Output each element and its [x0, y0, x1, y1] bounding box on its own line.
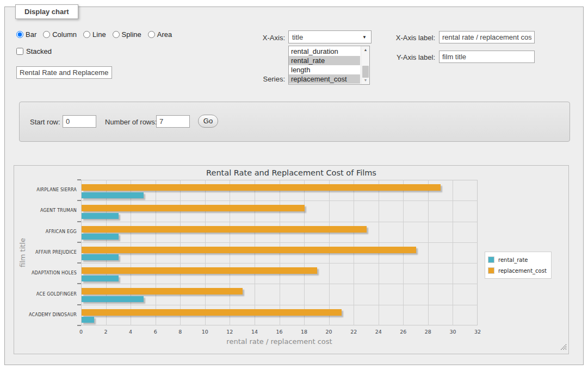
chart-type-area-label: Area	[157, 30, 172, 39]
x-tick-label: 22	[345, 329, 362, 335]
x-tick-label: 16	[271, 329, 288, 335]
chart-type-bar-radio[interactable]	[16, 31, 23, 38]
chart-title-input[interactable]	[16, 66, 112, 79]
display-chart-page: Display chart Bar Column Line Spline Are…	[0, 0, 588, 370]
legend-item: rental_rate	[488, 254, 547, 265]
chart-type-line[interactable]: Line	[83, 30, 106, 39]
x-tick-label: 30	[444, 329, 461, 335]
x-tick-label: 18	[296, 329, 312, 335]
x-tick-label: 8	[172, 329, 188, 335]
legend-item: replacement_cost	[488, 265, 547, 276]
gridline	[428, 180, 429, 325]
chart-type-area-radio[interactable]	[148, 31, 155, 38]
scroll-down-icon[interactable]: ▼	[361, 77, 370, 84]
series-option-replacement-cost[interactable]: replacement_cost	[289, 74, 360, 84]
chart-type-column-radio[interactable]	[43, 31, 50, 38]
chart-type-spline[interactable]: Spline	[113, 30, 141, 39]
legend-label: rental_rate	[498, 257, 528, 263]
bar-rental_rate	[82, 296, 144, 302]
y-axis-tick	[77, 262, 81, 264]
bar-replacement_cost	[82, 247, 416, 253]
chevron-down-icon: ▼	[362, 35, 367, 40]
chart-type-area[interactable]: Area	[148, 30, 172, 39]
x-tick-label: 28	[420, 329, 436, 335]
chart-type-spline-label: Spline	[122, 30, 141, 39]
legend-label: replacement_cost	[498, 268, 547, 274]
bar-rental_rate	[82, 213, 119, 219]
x-axis-select-label: X-Axis:	[234, 34, 285, 42]
number-of-rows-input[interactable]	[156, 115, 190, 128]
y-axis-tick	[77, 325, 81, 326]
series-multiselect[interactable]: rental_duration rental_rate length repla…	[288, 46, 370, 85]
y-axis-title: film title	[18, 180, 27, 325]
y-axis-label-input[interactable]	[439, 51, 535, 63]
chart-type-line-radio[interactable]	[83, 31, 90, 38]
y-axis-tick	[77, 304, 81, 305]
start-row-input[interactable]	[63, 115, 96, 128]
chart-legend: rental_ratereplacement_cost	[485, 252, 552, 279]
chart-type-radio-group: Bar Column Line Spline Area	[16, 30, 176, 39]
chart-type-bar-label: Bar	[26, 30, 36, 39]
bar-rental_rate	[82, 317, 94, 323]
bar-rental_rate	[82, 234, 119, 240]
gridline	[81, 284, 478, 284]
gridline	[81, 263, 478, 264]
gridline	[453, 180, 453, 325]
y-axis-tick	[77, 179, 81, 180]
x-tick-label: 12	[221, 329, 238, 335]
series-scrollbar[interactable]: ▲ ▼	[361, 46, 369, 84]
gridline	[81, 200, 478, 201]
x-tick-label: 2	[98, 329, 114, 335]
y-axis-label-label: Y-Axis label:	[380, 53, 435, 61]
x-axis-selected-value: title	[292, 33, 303, 41]
x-axis-label-input[interactable]	[439, 31, 535, 43]
x-tick-label: 0	[73, 329, 89, 335]
row-controls-box	[19, 102, 570, 142]
gridline	[81, 222, 478, 222]
stacked-checkbox[interactable]	[16, 48, 23, 55]
panel-title: Display chart	[15, 4, 78, 19]
x-tick-label: 32	[469, 329, 486, 335]
y-axis-tick	[77, 221, 81, 222]
gridline	[81, 242, 478, 243]
chart-type-column[interactable]: Column	[43, 30, 77, 39]
series-option-rental-duration[interactable]: rental_duration	[289, 47, 360, 56]
stacked-label: Stacked	[26, 47, 52, 55]
x-axis-title: rental rate / replacement cost	[81, 337, 478, 346]
series-option-rental-rate[interactable]: rental_rate	[289, 56, 360, 65]
legend-swatch-icon	[488, 256, 494, 263]
series-select-label: Series:	[234, 75, 285, 83]
gridline	[81, 305, 478, 305]
bar-replacement_cost	[82, 226, 367, 233]
x-tick-label: 14	[246, 329, 263, 335]
scrollbar-thumb[interactable]	[362, 66, 369, 78]
x-tick-label: 4	[122, 329, 139, 335]
chart-title: Rental Rate and Replacement Cost of Film…	[14, 168, 568, 177]
y-axis-tick	[77, 200, 81, 201]
chart-type-line-label: Line	[92, 30, 106, 39]
bar-rental_rate	[82, 254, 119, 260]
x-tick-label: 20	[321, 329, 337, 335]
y-axis-tick	[77, 242, 81, 243]
stacked-checkbox-row[interactable]: Stacked	[16, 47, 52, 55]
series-option-length[interactable]: length	[289, 65, 360, 74]
x-tick-label: 10	[197, 329, 213, 335]
x-tick-label: 26	[395, 329, 411, 335]
bar-rental_rate	[82, 192, 144, 198]
bar-rental_rate	[82, 275, 119, 281]
chart-type-column-label: Column	[52, 30, 77, 39]
bar-replacement_cost	[82, 205, 305, 211]
chart-type-bar[interactable]: Bar	[16, 30, 36, 39]
chart-type-spline-radio[interactable]	[113, 31, 120, 38]
x-axis-label-label: X-Axis label:	[380, 34, 435, 42]
bar-replacement_cost	[82, 184, 441, 191]
x-axis-select[interactable]: title ▼	[288, 30, 372, 43]
resize-grip-icon[interactable]	[560, 342, 567, 349]
scroll-up-icon[interactable]: ▲	[361, 46, 370, 54]
go-button[interactable]: Go	[198, 115, 218, 128]
y-axis-tick	[77, 283, 81, 284]
bar-replacement_cost	[82, 267, 317, 274]
x-tick-label: 6	[147, 329, 164, 335]
number-of-rows-label: Number of rows:	[105, 118, 157, 126]
x-tick-label: 24	[370, 329, 387, 335]
